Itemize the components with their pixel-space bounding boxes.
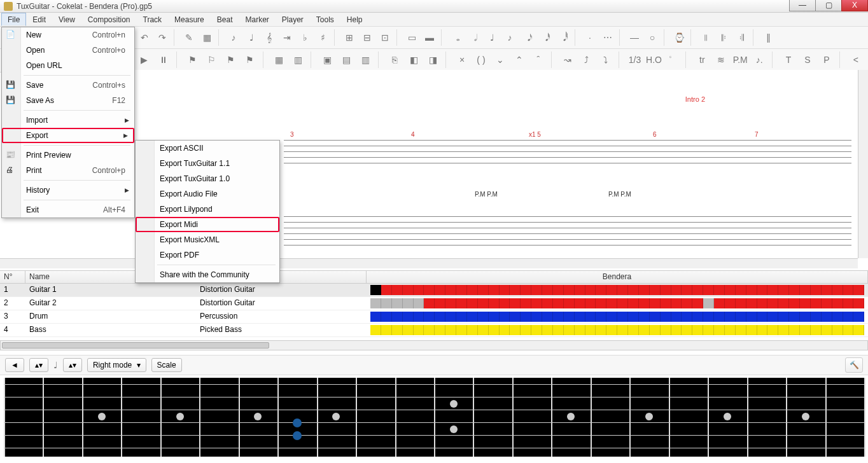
toolbar-button[interactable]: 𝄞	[261, 29, 277, 46]
toolbar-button[interactable]: 𝄇	[733, 29, 750, 46]
toolbar-button[interactable]: ▶	[136, 52, 153, 68]
toolbar-button[interactable]: ⚑	[242, 52, 258, 68]
toolbar-button[interactable]: 𝅘𝅥𝅯	[519, 29, 536, 46]
file-menu-export[interactable]: Export▶	[2, 128, 134, 143]
prev-button[interactable]: ◄	[5, 358, 24, 372]
export-menu-export-ascii[interactable]: Export ASCII	[136, 141, 279, 156]
menu-composition[interactable]: Composition	[81, 13, 137, 26]
toolbar-button[interactable]: H.O	[645, 52, 662, 68]
score-hscroll[interactable]	[0, 258, 858, 268]
toolbar-button[interactable]: <	[848, 52, 864, 68]
toolbar-button[interactable]: ·	[582, 29, 598, 46]
toolbar-button[interactable]: ⊡	[377, 29, 393, 46]
toolbar-button[interactable]: —	[626, 29, 643, 46]
scale-button[interactable]: Scale	[151, 358, 182, 372]
toolbar-button[interactable]: ♯	[314, 29, 331, 46]
toolbar-button[interactable]: 1/3	[627, 52, 643, 68]
stepper2[interactable]: ▴▾	[63, 358, 82, 372]
menu-track[interactable]: Track	[137, 13, 169, 26]
col-song[interactable]: Bendera	[367, 271, 868, 283]
toolbar-button[interactable]: ↝	[559, 52, 576, 68]
toolbar-button[interactable]: S	[799, 52, 816, 68]
col-number[interactable]: N°	[0, 271, 25, 283]
toolbar-button[interactable]: ◨	[424, 52, 441, 68]
toolbar-button[interactable]: ◧	[405, 52, 422, 68]
toolbar-button[interactable]: ⌃	[511, 52, 528, 68]
settings-icon[interactable]: 🔨	[845, 357, 863, 373]
file-menu-open[interactable]: OpenControl+o	[2, 43, 134, 58]
export-menu-export-pdf[interactable]: Export PDF	[136, 247, 279, 263]
track-row[interactable]: 2Guitar 2Distortion Guitar	[0, 297, 868, 310]
toolbar-button[interactable]: ⋯	[599, 29, 616, 46]
menu-file[interactable]: File	[1, 13, 26, 26]
file-menu-exit[interactable]: ExitAlt+F4	[2, 202, 134, 218]
menu-edit[interactable]: Edit	[26, 13, 52, 26]
toolbar-button[interactable]: T	[780, 52, 797, 68]
toolbar-button[interactable]: 𝅘𝅥𝅱	[555, 29, 571, 46]
toolbar-button[interactable]: ▥	[357, 52, 374, 68]
export-menu-export-audio-file[interactable]: Export Audio File	[136, 186, 279, 202]
toolbar-button[interactable]: 𝅘𝅥𝅰	[537, 29, 554, 46]
toolbar-button[interactable]: ▬	[421, 29, 438, 46]
toolbar-button[interactable]: ⚐	[204, 52, 220, 68]
menu-measure[interactable]: Measure	[168, 13, 211, 26]
score-vscroll[interactable]	[858, 70, 868, 258]
menu-marker[interactable]: Marker	[239, 13, 275, 26]
track-row[interactable]: 4BassPicked Bass	[0, 324, 868, 337]
file-menu-open-url[interactable]: Open URL	[2, 58, 134, 73]
file-menu-save-as[interactable]: Save AsF12💾	[2, 93, 134, 108]
toolbar-button[interactable]: ⌄	[492, 52, 508, 68]
maximize-button[interactable]: ▢	[815, 0, 842, 11]
toolbar-button[interactable]: ♪	[501, 29, 518, 46]
toolbar-button[interactable]: 𝅝	[448, 29, 465, 46]
toolbar-button[interactable]: ⊟	[359, 29, 375, 46]
export-menu-export-lilypond[interactable]: Export Lilypond	[136, 202, 279, 217]
toolbar-button[interactable]: ▣	[319, 52, 335, 68]
file-menu-print-preview[interactable]: Print Preview📰	[2, 148, 134, 163]
toolbar-button[interactable]: P	[818, 52, 835, 68]
toolbar-button[interactable]: ⊞	[341, 29, 358, 46]
toolbar-button[interactable]: ˆ	[530, 52, 547, 68]
toolbar-button[interactable]: ♪.	[751, 52, 767, 68]
file-menu-save[interactable]: SaveControl+s💾	[2, 78, 134, 93]
file-menu-history[interactable]: History▶	[2, 183, 134, 198]
toolbar-button[interactable]: 𝅗𝅥	[466, 29, 482, 46]
toolbar-button[interactable]: ⚑	[223, 52, 239, 68]
toolbar-button[interactable]: ⌚	[671, 29, 687, 46]
toolbar-button[interactable]: P.M	[732, 52, 748, 68]
toolbar-button[interactable]: ⫴	[697, 29, 714, 46]
toolbar-button[interactable]: ▥	[290, 52, 307, 68]
file-menu-print[interactable]: PrintControl+p🖨	[2, 163, 134, 178]
toolbar-button[interactable]: ♭	[297, 29, 313, 46]
toolbar-button[interactable]: ⏸	[155, 52, 172, 68]
toolbar-button[interactable]: ⚑	[185, 52, 201, 68]
export-menu-export-midi[interactable]: Export Midi	[136, 217, 279, 232]
file-menu-import[interactable]: Import▶	[2, 113, 134, 128]
menu-player[interactable]: Player	[276, 13, 310, 26]
track-row[interactable]: 1Guitar 1Distortion Guitar	[0, 284, 868, 297]
toolbar-button[interactable]: ↶	[136, 29, 153, 46]
minimize-button[interactable]: —	[789, 0, 816, 11]
toolbar-button[interactable]: ×	[454, 52, 470, 68]
toolbar-button[interactable]: ○	[644, 29, 661, 46]
toolbar-button[interactable]: ♩	[243, 29, 260, 46]
close-button[interactable]: X	[841, 0, 868, 11]
toolbar-button[interactable]: ▤	[338, 52, 354, 68]
toolbar-button[interactable]: ▦	[271, 52, 288, 68]
toolbar-button[interactable]: ✎	[181, 29, 197, 46]
menu-view[interactable]: View	[52, 13, 81, 26]
toolbar-button[interactable]: ⇥	[279, 29, 295, 46]
toolbar-button[interactable]: ⤵	[598, 52, 614, 68]
toolbar-button[interactable]: ͨ	[664, 52, 681, 68]
file-menu-new[interactable]: NewControl+n📄	[2, 27, 134, 43]
toolbar-button[interactable]: ⎘	[386, 52, 403, 68]
toolbar-button[interactable]: ↷	[154, 29, 171, 46]
stepper[interactable]: ▴▾	[29, 358, 48, 372]
menu-tools[interactable]: Tools	[310, 13, 340, 26]
toolbar-button[interactable]: ▦	[199, 29, 215, 46]
mode-select[interactable]: Right mode ▾	[87, 358, 146, 372]
export-menu-export-tuxguitar-1.1[interactable]: Export TuxGuitar 1.1	[136, 156, 279, 171]
toolbar-button[interactable]: tr	[694, 52, 710, 68]
menu-beat[interactable]: Beat	[211, 13, 239, 26]
export-menu-share-with-the-community[interactable]: Share with the Community	[136, 267, 279, 282]
